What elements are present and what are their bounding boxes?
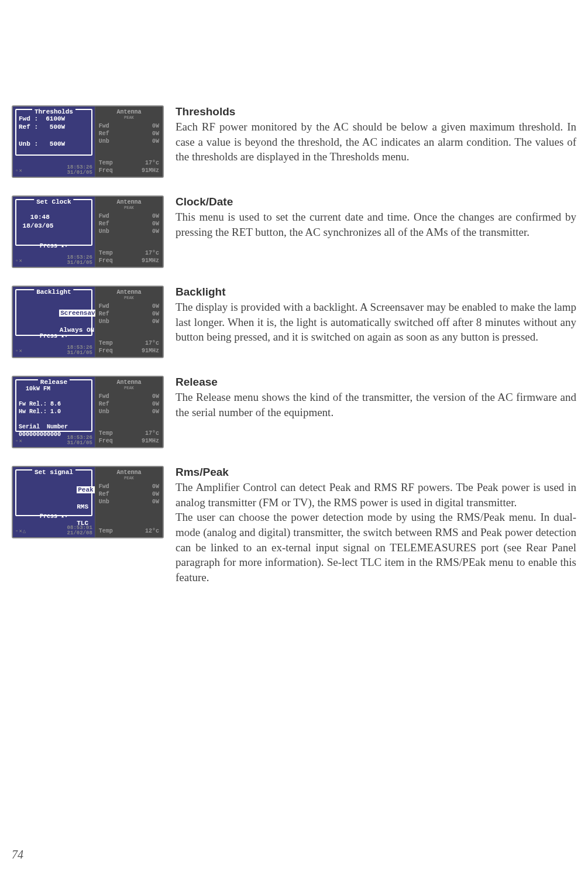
lcd-status-bar: ▫✕ 18:53:2631/01/05 bbox=[15, 165, 92, 176]
press-hint: Press ▴▾ bbox=[13, 513, 95, 520]
lcd-release: Release 10kW FM Fw Rel.: 8.6 Hw Rel.: 1.… bbox=[12, 376, 164, 448]
lcd-body: Fwd : 6100W Ref : 500W Unb : 500W bbox=[19, 115, 89, 148]
lcd-thresholds: Thresholds Fwd : 6100W Ref : 500W Unb : … bbox=[12, 105, 164, 178]
antenna-panel: Antenna PEAK Fwd0W Ref0W Unb0W Temp12°c bbox=[95, 467, 163, 537]
lcd-status-bar: ▫✕ 18:53:2631/01/05 bbox=[15, 435, 92, 446]
lcd-body: 10kW FM Fw Rel.: 8.6 Hw Rel.: 1.0 Serial… bbox=[19, 385, 89, 438]
antenna-panel: Antenna PEAK Fwd0W Ref0W Unb0W Temp17°c … bbox=[95, 377, 163, 447]
heading-backlight: Backlight bbox=[176, 286, 576, 298]
status-icons: ▫✕ bbox=[15, 257, 23, 264]
heading-thresholds: Thresholds bbox=[176, 105, 576, 118]
section-backlight: Backlight Screensaver Always ON Press ▴▾… bbox=[12, 286, 576, 358]
heading-rms: Rms/Peak bbox=[176, 466, 576, 479]
press-hint: Press ▴▾ bbox=[13, 242, 95, 249]
section-rms-peak: Set signal Peak RMS TLC Press ▴▾ ▫✕△ 08:… bbox=[12, 466, 576, 585]
status-icons: ▫✕△ bbox=[15, 528, 26, 534]
antenna-panel: Antenna PEAK Fwd0W Ref0W Unb0W Temp17°c … bbox=[95, 287, 163, 357]
lcd-status-bar: ▫✕ 18:53:2631/01/05 bbox=[15, 255, 92, 266]
page-number: 74 bbox=[12, 848, 23, 861]
heading-clock: Clock/Date bbox=[176, 195, 576, 208]
para-release: The Release menu shows the kind of the t… bbox=[176, 390, 576, 420]
section-thresholds: Thresholds Fwd : 6100W Ref : 500W Unb : … bbox=[12, 105, 576, 178]
lcd-backlight: Backlight Screensaver Always ON Press ▴▾… bbox=[12, 286, 164, 358]
antenna-panel: Antenna PEAK Fwd0W Ref0W Unb0W Temp17°c … bbox=[95, 107, 163, 177]
section-clock: Set Clock 10:48 18/03/05 Press ▴▾ ▫✕ 18:… bbox=[12, 195, 576, 268]
status-icons: ▫✕ bbox=[15, 438, 23, 444]
lcd-set-signal: Set signal Peak RMS TLC Press ▴▾ ▫✕△ 08:… bbox=[12, 466, 164, 538]
lcd-title: Set signal bbox=[32, 469, 75, 476]
para-backlight: The display is provided with a backlight… bbox=[176, 300, 576, 345]
page-content: Thresholds Fwd : 6100W Ref : 500W Unb : … bbox=[12, 105, 576, 585]
lcd-status-bar: ▫✕ 18:53:2631/01/05 bbox=[15, 345, 92, 356]
signal-opt-peak: Peak bbox=[77, 486, 94, 493]
press-hint: Press ▴▾ bbox=[13, 332, 95, 339]
lcd-clock: Set Clock 10:48 18/03/05 Press ▴▾ ▫✕ 18:… bbox=[12, 195, 164, 268]
section-release: Release 10kW FM Fw Rel.: 8.6 Hw Rel.: 1.… bbox=[12, 376, 576, 448]
signal-opt-rms: RMS bbox=[77, 503, 88, 510]
para-clock: This menu is used to set the current dat… bbox=[176, 210, 576, 239]
status-icons: ▫✕ bbox=[15, 348, 23, 354]
antenna-panel: Antenna PEAK Fwd0W Ref0W Unb0W Temp17°c … bbox=[95, 197, 163, 267]
status-icons: ▫✕ bbox=[15, 167, 23, 174]
para-rms-1: The Amplifier Control can detect Peak an… bbox=[176, 480, 576, 510]
heading-release: Release bbox=[176, 376, 576, 389]
lcd-status-bar: ▫✕△ 08:53:0121/02/08 bbox=[15, 526, 92, 536]
para-thresholds: Each RF power monitored by the AC should… bbox=[176, 119, 576, 164]
lcd-body: 10:48 18/03/05 bbox=[19, 205, 89, 230]
lcd-title: Backlight bbox=[34, 289, 73, 296]
para-rms-2: The user can choose the power detection … bbox=[176, 510, 576, 585]
